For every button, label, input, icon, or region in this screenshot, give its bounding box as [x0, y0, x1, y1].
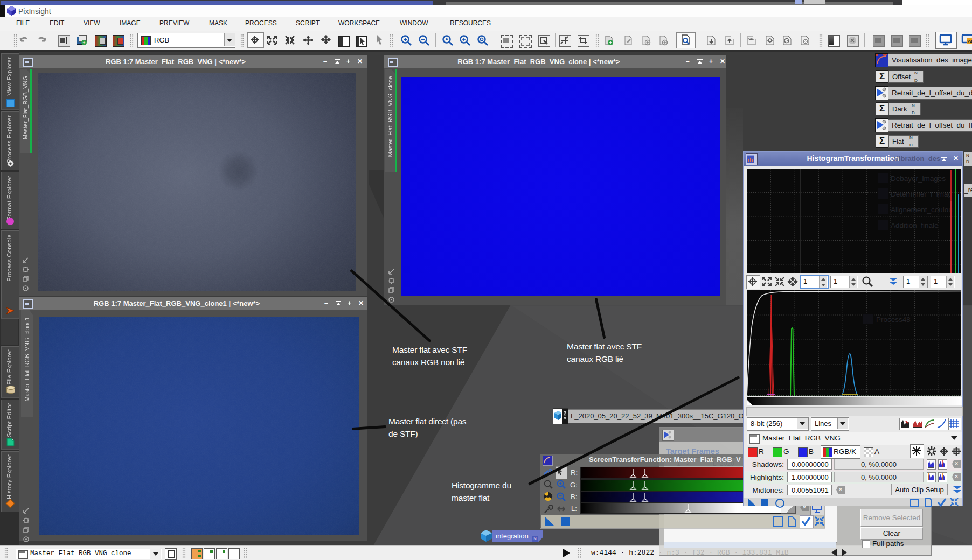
svg-text:Debayer_images: Debayer_images: [891, 174, 946, 183]
svg-text:24: 24: [967, 39, 972, 44]
svg-text:Determiner_l_imag: Determiner_l_imag: [891, 190, 952, 198]
svg-text:Alignement_coulou: Alignement_coulou: [891, 206, 953, 214]
svg-text:Addition_finale: Addition_finale: [891, 221, 939, 229]
svg-text:Process48: Process48: [876, 316, 911, 324]
